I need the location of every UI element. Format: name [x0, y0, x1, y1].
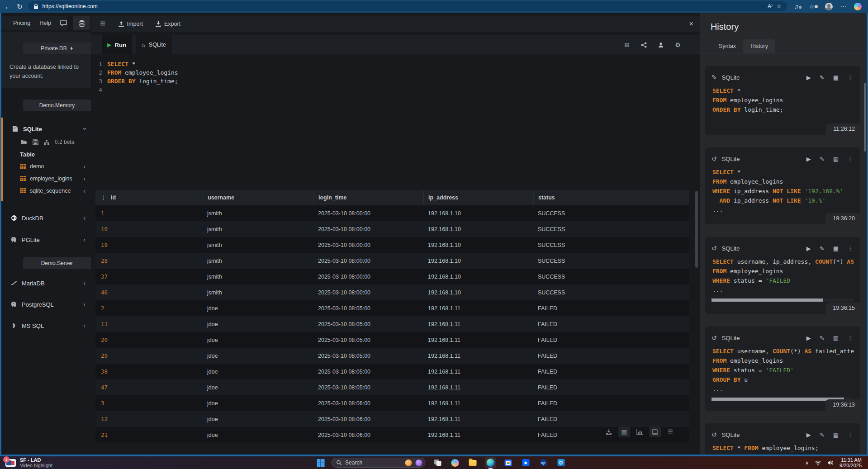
table-row[interactable]: 47jdoe2025-03-10 08:05:00192.168.1.11FAI… — [95, 379, 689, 395]
table-row[interactable]: 12jdoe2025-03-10 08:06:00192.168.1.11FAI… — [95, 411, 689, 427]
tab-sqlite[interactable]: ⌂ SQLite — [136, 35, 172, 54]
chevron-down-icon[interactable]: ‹ — [83, 125, 85, 133]
tray-chevron-icon[interactable]: ∧ — [805, 460, 809, 466]
editor-line[interactable]: 4 — [91, 85, 700, 94]
edge-browser-icon[interactable] — [485, 457, 496, 468]
dropbox-icon[interactable]: ◆ — [520, 457, 531, 468]
run-query-icon[interactable]: ▶ — [806, 156, 811, 162]
address-bar[interactable]: https://sqliteonline.com A⁾ ☆ — [28, 1, 787, 11]
wifi-icon[interactable] — [815, 460, 821, 465]
chevron-left-icon[interactable]: ‹ — [83, 280, 85, 287]
table-row[interactable]: 2jdoe2025-03-10 08:05:00192.168.1.11FAIL… — [95, 300, 689, 316]
open-folder-icon[interactable] — [21, 139, 28, 145]
back-icon[interactable]: ← — [5, 3, 11, 10]
table-row[interactable]: 29jdoe2025-03-10 08:05:00192.168.1.11FAI… — [95, 348, 689, 364]
demo-server-button[interactable]: Demo.Server — [23, 257, 91, 269]
sidebar-item-table-employee-logins[interactable]: employee_logins ‹ — [3, 172, 91, 185]
copilot-icon[interactable] — [854, 3, 862, 10]
private-db-button[interactable]: Private.DB + — [23, 43, 91, 54]
chevron-left-icon[interactable]: ‹ — [83, 163, 85, 170]
sidebar-item-table-demo[interactable]: demo ‹ — [3, 160, 91, 172]
sidebar-item-mariadb[interactable]: MariaDB ‹ — [1, 276, 91, 290]
task-view-button[interactable] — [432, 457, 443, 468]
download-results-icon[interactable] — [603, 426, 615, 437]
grid-view-icon[interactable]: ▦ — [618, 426, 630, 437]
editor-line[interactable]: 1SELECT * — [91, 60, 700, 68]
run-query-icon[interactable]: ▶ — [806, 335, 811, 341]
table-row[interactable]: 37jsmith2025-03-10 08:00:00192.168.1.10S… — [95, 269, 689, 284]
chevron-left-icon[interactable]: ‹ — [83, 322, 85, 329]
results-vertical-scrollbar[interactable] — [695, 191, 698, 268]
save-icon[interactable] — [33, 139, 38, 145]
column-header-id[interactable]: ⋮id — [95, 190, 203, 205]
columns-icon[interactable]: ▦ — [833, 156, 839, 162]
edit-query-icon[interactable]: ✎ — [820, 156, 825, 162]
file-explorer-icon[interactable] — [467, 457, 478, 468]
table-row[interactable]: 21jdoe2025-03-10 08:06:00192.168.1.11FAI… — [95, 427, 689, 443]
more-icon[interactable]: ⋮ — [847, 74, 853, 81]
table-row[interactable]: 1jsmith2025-03-10 08:00:00192.168.1.10SU… — [95, 205, 689, 221]
outlook-icon[interactable]: O — [555, 457, 566, 468]
demo-memory-button[interactable]: Demo.Memory — [23, 99, 91, 111]
hp-icon[interactable]: hp — [538, 457, 549, 468]
chevron-left-icon[interactable]: ‹ — [83, 236, 85, 243]
columns-icon[interactable]: ▦ — [833, 74, 839, 81]
run-query-icon[interactable]: ▶ — [806, 431, 811, 438]
help-link[interactable]: Help — [39, 20, 51, 26]
horizontal-scrollbar[interactable] — [711, 298, 854, 302]
log-book-icon[interactable] — [649, 426, 661, 437]
more-icon[interactable]: ⋮ — [847, 431, 853, 438]
list-view-icon[interactable]: ☰ — [664, 426, 676, 437]
start-button[interactable] — [317, 459, 324, 467]
column-header-login_time[interactable]: login_time — [313, 190, 423, 205]
edit-query-icon[interactable]: ✎ — [820, 431, 825, 438]
sidebar-item-mssql[interactable]: MS SQL ‹ — [1, 319, 91, 332]
sidebar-item-sqlite[interactable]: SQLite ‹ — [3, 122, 91, 136]
run-query-icon[interactable]: ▶ — [806, 74, 811, 81]
chevron-left-icon[interactable]: ‹ — [83, 214, 85, 222]
table-row[interactable]: 20jdoe2025-03-10 08:05:00192.168.1.11FAI… — [95, 332, 689, 348]
sql-editor[interactable]: 1SELECT *2FROM employee_logins3ORDER BY … — [91, 54, 700, 190]
history-scrollbar-thumb[interactable] — [864, 83, 866, 152]
import-button[interactable]: Import — [119, 21, 143, 27]
tab-syntax[interactable]: Syntax — [711, 39, 743, 53]
close-icon[interactable]: × — [689, 20, 693, 28]
read-aloud-icon[interactable]: A⁾ — [768, 3, 773, 9]
volume-icon[interactable] — [827, 460, 834, 465]
table-row[interactable]: 28jsmith2025-03-10 08:00:00192.168.1.10S… — [95, 253, 689, 269]
microsoft-store-icon[interactable] — [503, 457, 513, 468]
columns-icon[interactable]: ▦ — [833, 431, 839, 438]
edit-query-icon[interactable]: ✎ — [820, 74, 825, 81]
table-row[interactable]: 38jdoe2025-03-10 08:05:00192.168.1.11FAI… — [95, 364, 689, 379]
sidebar-item-table-sqlite-sequence[interactable]: sqlite_sequence ‹ — [3, 185, 91, 197]
run-button[interactable]: ▶ Run — [102, 35, 132, 54]
taskbar-widget[interactable]: 1 SF - LAD Video highlight — [0, 457, 118, 468]
gear-icon[interactable]: ⚙ — [675, 41, 681, 48]
sidebar-item-duckdb[interactable]: DuckDB ‹ — [1, 211, 91, 225]
columns-icon[interactable]: ▦ — [833, 335, 839, 341]
tab-history[interactable]: History — [743, 39, 775, 53]
profile-avatar[interactable] — [825, 3, 833, 10]
feedback-chat-icon[interactable] — [60, 20, 67, 26]
taskbar-clock[interactable]: 11:31 AM 9/20/2025 — [840, 457, 862, 468]
more-icon[interactable]: ⋮ — [847, 156, 853, 162]
editor-line[interactable]: 2FROM employee_logins — [91, 68, 700, 77]
taskbar-search[interactable]: Search — [331, 458, 425, 468]
columns-icon[interactable]: ▦ — [833, 245, 839, 252]
copilot-taskbar-icon[interactable] — [450, 457, 460, 468]
table-row[interactable]: 46jsmith2025-03-10 08:00:00192.168.1.10S… — [95, 284, 689, 300]
more-icon[interactable]: ⋮ — [847, 245, 853, 252]
chevron-left-icon[interactable]: ‹ — [83, 187, 85, 194]
sidebar-item-pglite[interactable]: PGLite ‹ — [1, 233, 91, 246]
drag-handle-icon[interactable]: ⋮ — [101, 194, 106, 201]
edit-query-icon[interactable]: ✎ — [820, 245, 825, 252]
table-row[interactable]: 11jdoe2025-03-10 08:05:00192.168.1.11FAI… — [95, 316, 689, 332]
column-header-username[interactable]: username — [203, 190, 313, 205]
chart-view-icon[interactable] — [634, 426, 645, 437]
schema-tree-icon[interactable] — [43, 139, 50, 145]
pricing-link[interactable]: Pricing — [13, 20, 30, 26]
chevron-left-icon[interactable]: ‹ — [83, 301, 85, 308]
collections-icon[interactable]: ☆≡ — [809, 4, 818, 9]
column-header-ip_address[interactable]: ip_address — [423, 190, 533, 205]
column-header-status[interactable]: status — [533, 190, 689, 205]
